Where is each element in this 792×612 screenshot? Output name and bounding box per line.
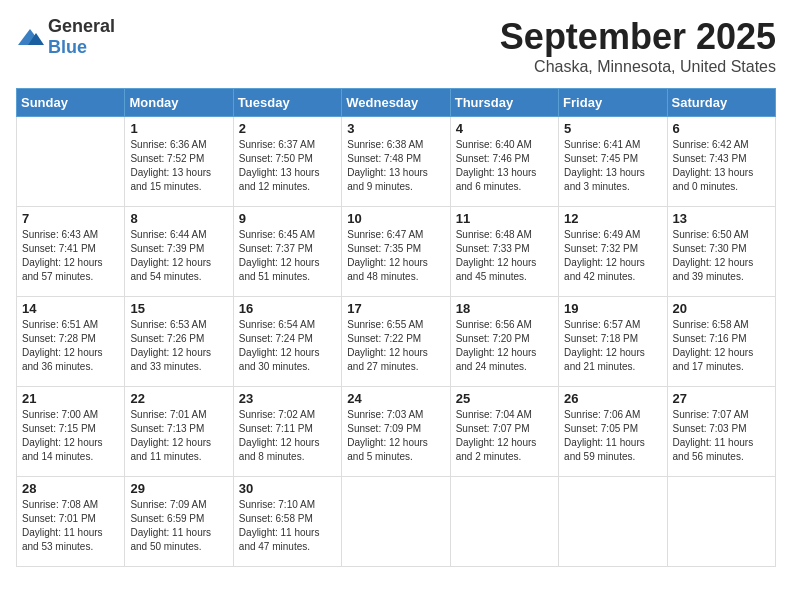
calendar-cell: [17, 117, 125, 207]
day-info: Sunrise: 6:56 AMSunset: 7:20 PMDaylight:…: [456, 318, 553, 374]
day-info: Sunrise: 7:06 AMSunset: 7:05 PMDaylight:…: [564, 408, 661, 464]
calendar-cell: 29Sunrise: 7:09 AMSunset: 6:59 PMDayligh…: [125, 477, 233, 567]
weekday-header-thursday: Thursday: [450, 89, 558, 117]
day-info: Sunrise: 6:49 AMSunset: 7:32 PMDaylight:…: [564, 228, 661, 284]
week-row-2: 7Sunrise: 6:43 AMSunset: 7:41 PMDaylight…: [17, 207, 776, 297]
day-number: 21: [22, 391, 119, 406]
day-number: 18: [456, 301, 553, 316]
calendar-cell: 21Sunrise: 7:00 AMSunset: 7:15 PMDayligh…: [17, 387, 125, 477]
calendar-cell: 4Sunrise: 6:40 AMSunset: 7:46 PMDaylight…: [450, 117, 558, 207]
weekday-header-row: SundayMondayTuesdayWednesdayThursdayFrid…: [17, 89, 776, 117]
calendar-cell: 26Sunrise: 7:06 AMSunset: 7:05 PMDayligh…: [559, 387, 667, 477]
calendar-cell: 27Sunrise: 7:07 AMSunset: 7:03 PMDayligh…: [667, 387, 775, 477]
calendar-cell: 1Sunrise: 6:36 AMSunset: 7:52 PMDaylight…: [125, 117, 233, 207]
logo-blue: Blue: [48, 37, 87, 57]
location-title: Chaska, Minnesota, United States: [500, 58, 776, 76]
calendar-cell: 28Sunrise: 7:08 AMSunset: 7:01 PMDayligh…: [17, 477, 125, 567]
day-info: Sunrise: 6:47 AMSunset: 7:35 PMDaylight:…: [347, 228, 444, 284]
day-number: 14: [22, 301, 119, 316]
day-number: 26: [564, 391, 661, 406]
day-info: Sunrise: 6:55 AMSunset: 7:22 PMDaylight:…: [347, 318, 444, 374]
day-info: Sunrise: 6:40 AMSunset: 7:46 PMDaylight:…: [456, 138, 553, 194]
calendar-cell: 9Sunrise: 6:45 AMSunset: 7:37 PMDaylight…: [233, 207, 341, 297]
weekday-header-saturday: Saturday: [667, 89, 775, 117]
calendar-cell: 12Sunrise: 6:49 AMSunset: 7:32 PMDayligh…: [559, 207, 667, 297]
calendar-cell: 17Sunrise: 6:55 AMSunset: 7:22 PMDayligh…: [342, 297, 450, 387]
day-number: 1: [130, 121, 227, 136]
week-row-4: 21Sunrise: 7:00 AMSunset: 7:15 PMDayligh…: [17, 387, 776, 477]
calendar-table: SundayMondayTuesdayWednesdayThursdayFrid…: [16, 88, 776, 567]
day-number: 11: [456, 211, 553, 226]
day-number: 2: [239, 121, 336, 136]
day-number: 16: [239, 301, 336, 316]
calendar-cell: 18Sunrise: 6:56 AMSunset: 7:20 PMDayligh…: [450, 297, 558, 387]
day-number: 27: [673, 391, 770, 406]
calendar-cell: 20Sunrise: 6:58 AMSunset: 7:16 PMDayligh…: [667, 297, 775, 387]
page-header: General Blue September 2025 Chaska, Minn…: [16, 16, 776, 76]
day-info: Sunrise: 7:01 AMSunset: 7:13 PMDaylight:…: [130, 408, 227, 464]
day-info: Sunrise: 7:09 AMSunset: 6:59 PMDaylight:…: [130, 498, 227, 554]
day-number: 3: [347, 121, 444, 136]
day-number: 20: [673, 301, 770, 316]
weekday-header-tuesday: Tuesday: [233, 89, 341, 117]
month-title: September 2025: [500, 16, 776, 58]
logo-icon: [16, 27, 44, 47]
day-info: Sunrise: 6:36 AMSunset: 7:52 PMDaylight:…: [130, 138, 227, 194]
day-number: 25: [456, 391, 553, 406]
calendar-cell: 25Sunrise: 7:04 AMSunset: 7:07 PMDayligh…: [450, 387, 558, 477]
title-block: September 2025 Chaska, Minnesota, United…: [500, 16, 776, 76]
calendar-cell: [559, 477, 667, 567]
calendar-cell: 13Sunrise: 6:50 AMSunset: 7:30 PMDayligh…: [667, 207, 775, 297]
week-row-5: 28Sunrise: 7:08 AMSunset: 7:01 PMDayligh…: [17, 477, 776, 567]
day-info: Sunrise: 6:58 AMSunset: 7:16 PMDaylight:…: [673, 318, 770, 374]
calendar-cell: [667, 477, 775, 567]
calendar-cell: 5Sunrise: 6:41 AMSunset: 7:45 PMDaylight…: [559, 117, 667, 207]
logo-general: General: [48, 16, 115, 36]
day-info: Sunrise: 7:10 AMSunset: 6:58 PMDaylight:…: [239, 498, 336, 554]
day-number: 29: [130, 481, 227, 496]
day-info: Sunrise: 7:03 AMSunset: 7:09 PMDaylight:…: [347, 408, 444, 464]
calendar-cell: 24Sunrise: 7:03 AMSunset: 7:09 PMDayligh…: [342, 387, 450, 477]
calendar-cell: 3Sunrise: 6:38 AMSunset: 7:48 PMDaylight…: [342, 117, 450, 207]
day-number: 24: [347, 391, 444, 406]
weekday-header-friday: Friday: [559, 89, 667, 117]
calendar-cell: [450, 477, 558, 567]
day-info: Sunrise: 6:45 AMSunset: 7:37 PMDaylight:…: [239, 228, 336, 284]
day-number: 12: [564, 211, 661, 226]
day-info: Sunrise: 6:54 AMSunset: 7:24 PMDaylight:…: [239, 318, 336, 374]
logo-text: General Blue: [48, 16, 115, 58]
day-info: Sunrise: 6:53 AMSunset: 7:26 PMDaylight:…: [130, 318, 227, 374]
day-info: Sunrise: 6:41 AMSunset: 7:45 PMDaylight:…: [564, 138, 661, 194]
day-info: Sunrise: 6:43 AMSunset: 7:41 PMDaylight:…: [22, 228, 119, 284]
day-number: 30: [239, 481, 336, 496]
day-info: Sunrise: 6:51 AMSunset: 7:28 PMDaylight:…: [22, 318, 119, 374]
day-number: 5: [564, 121, 661, 136]
day-number: 9: [239, 211, 336, 226]
day-number: 6: [673, 121, 770, 136]
calendar-cell: 15Sunrise: 6:53 AMSunset: 7:26 PMDayligh…: [125, 297, 233, 387]
day-info: Sunrise: 6:50 AMSunset: 7:30 PMDaylight:…: [673, 228, 770, 284]
day-info: Sunrise: 6:57 AMSunset: 7:18 PMDaylight:…: [564, 318, 661, 374]
day-number: 28: [22, 481, 119, 496]
calendar-cell: 19Sunrise: 6:57 AMSunset: 7:18 PMDayligh…: [559, 297, 667, 387]
calendar-cell: 30Sunrise: 7:10 AMSunset: 6:58 PMDayligh…: [233, 477, 341, 567]
day-number: 22: [130, 391, 227, 406]
calendar-cell: 6Sunrise: 6:42 AMSunset: 7:43 PMDaylight…: [667, 117, 775, 207]
day-info: Sunrise: 6:44 AMSunset: 7:39 PMDaylight:…: [130, 228, 227, 284]
day-number: 19: [564, 301, 661, 316]
calendar-cell: [342, 477, 450, 567]
day-number: 17: [347, 301, 444, 316]
calendar-cell: 22Sunrise: 7:01 AMSunset: 7:13 PMDayligh…: [125, 387, 233, 477]
weekday-header-sunday: Sunday: [17, 89, 125, 117]
calendar-cell: 16Sunrise: 6:54 AMSunset: 7:24 PMDayligh…: [233, 297, 341, 387]
calendar-cell: 8Sunrise: 6:44 AMSunset: 7:39 PMDaylight…: [125, 207, 233, 297]
day-info: Sunrise: 6:42 AMSunset: 7:43 PMDaylight:…: [673, 138, 770, 194]
day-info: Sunrise: 7:04 AMSunset: 7:07 PMDaylight:…: [456, 408, 553, 464]
day-number: 15: [130, 301, 227, 316]
day-number: 7: [22, 211, 119, 226]
day-info: Sunrise: 6:37 AMSunset: 7:50 PMDaylight:…: [239, 138, 336, 194]
day-number: 8: [130, 211, 227, 226]
calendar-cell: 14Sunrise: 6:51 AMSunset: 7:28 PMDayligh…: [17, 297, 125, 387]
day-info: Sunrise: 6:38 AMSunset: 7:48 PMDaylight:…: [347, 138, 444, 194]
day-info: Sunrise: 6:48 AMSunset: 7:33 PMDaylight:…: [456, 228, 553, 284]
